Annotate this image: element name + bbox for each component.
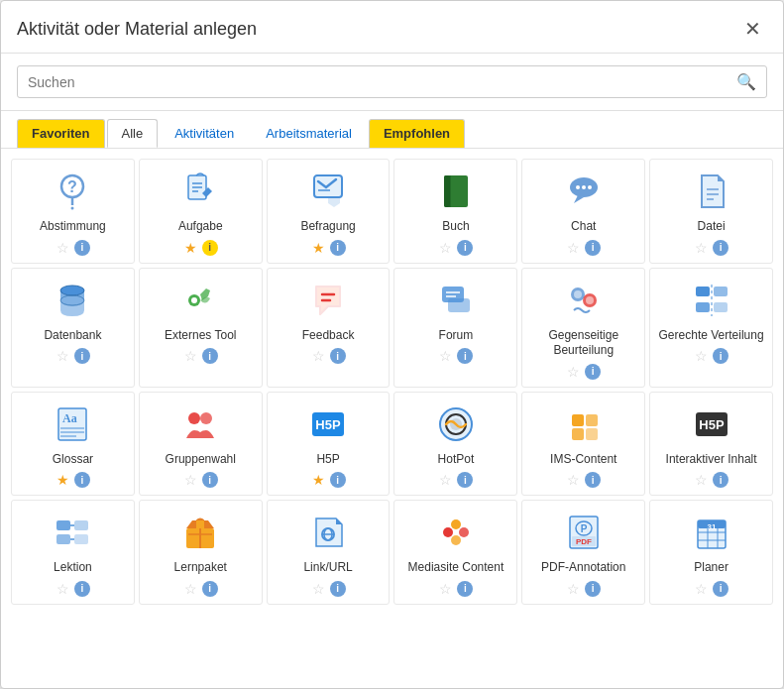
svg-rect-11 [444,175,450,207]
planer-star[interactable]: ☆ [694,580,709,598]
abstimmung-info[interactable]: i [74,240,90,256]
item-feedback[interactable]: Feedback ☆ i [267,268,391,388]
item-datei[interactable]: Datei ☆ i [649,159,773,264]
h5p-label: H5P [316,452,339,468]
tab-alle[interactable]: Alle [107,119,159,148]
forum-star[interactable]: ☆ [438,347,453,365]
item-link[interactable]: Link/URL ☆ i [267,500,391,605]
search-input[interactable] [28,74,736,90]
datenbank-star[interactable]: ☆ [56,347,70,365]
tab-empfohlen[interactable]: Empfohlen [369,119,465,148]
externes-tool-info[interactable]: i [202,348,218,364]
lernpaket-info[interactable]: i [202,581,218,597]
ims-star[interactable]: ☆ [566,471,581,489]
item-chat[interactable]: Chat ☆ i [521,159,645,264]
svg-text:Aa: Aa [62,411,77,425]
ims-actions: ☆ i [566,471,601,489]
gruppenwahl-icon [178,402,222,446]
datei-info[interactable]: i [713,240,728,256]
svg-text:?: ? [68,178,78,195]
datenbank-info[interactable]: i [74,348,90,364]
abstimmung-icon: ? [51,170,94,213]
buch-star[interactable]: ☆ [438,239,453,257]
mediasite-info[interactable]: i [457,581,473,597]
tab-arbeitsmaterial[interactable]: Arbeitsmaterial [251,119,367,148]
gerecht-info[interactable]: i [713,348,728,364]
lektion-info[interactable]: i [74,581,90,597]
aufgabe-star[interactable]: ★ [183,239,198,257]
chat-info[interactable]: i [585,240,601,256]
lektion-star[interactable]: ☆ [56,580,70,598]
item-interaktiv[interactable]: H5P Interaktiver Inhalt ☆ i [649,392,773,497]
item-gegenseitig[interactable]: Gegenseitige Beurteilung ☆ i [521,268,645,388]
hotpot-star[interactable]: ☆ [438,471,453,489]
abstimmung-label: Abstimmung [40,219,106,235]
externes-tool-star[interactable]: ☆ [183,347,198,365]
item-gruppenwahl[interactable]: Gruppenwahl ☆ i [139,392,263,497]
lernpaket-star[interactable]: ☆ [183,580,198,598]
planer-info[interactable]: i [713,581,728,597]
link-info[interactable]: i [330,581,346,597]
planer-icon: 31 [690,511,733,554]
interaktiv-actions: ☆ i [694,471,728,489]
item-glossar[interactable]: Aa Glossar ★ i [11,392,135,497]
svg-rect-62 [74,534,88,544]
h5p-info[interactable]: i [330,472,346,488]
hotpot-actions: ☆ i [438,471,473,489]
item-mediasite[interactable]: Mediasite Content ☆ i [393,500,517,605]
hotpot-info[interactable]: i [457,472,473,488]
item-forum[interactable]: Forum ☆ i [393,268,517,388]
befragung-star[interactable]: ★ [311,239,326,257]
glossar-star[interactable]: ★ [56,471,70,489]
gruppenwahl-star[interactable]: ☆ [183,471,198,489]
gerecht-star[interactable]: ☆ [694,347,709,365]
item-abstimmung[interactable]: ? Abstimmung ☆ i [11,159,135,264]
interaktiv-star[interactable]: ☆ [694,471,709,489]
lektion-icon [51,511,94,554]
item-lernpaket[interactable]: Lernpaket ☆ i [139,500,263,605]
svg-rect-54 [586,414,598,426]
item-aufgabe[interactable]: Aufgabe ★ i [139,159,263,264]
ims-info[interactable]: i [585,472,601,488]
search-wrap: 🔍 [17,65,767,98]
gruppenwahl-actions: ☆ i [183,471,218,489]
item-externes-tool[interactable]: Externes Tool ☆ i [139,268,263,388]
aufgabe-actions: ★ i [183,239,218,257]
datenbank-actions: ☆ i [56,347,90,365]
item-befragung[interactable]: Befragung ★ i [267,159,391,264]
svg-rect-59 [56,520,70,530]
aufgabe-info[interactable]: i [202,240,218,256]
gegenseitig-star[interactable]: ☆ [566,363,581,381]
feedback-star[interactable]: ☆ [311,347,326,365]
item-planer[interactable]: 31 Planer ☆ i [649,500,773,605]
h5p-actions: ★ i [311,471,346,489]
item-hotpot[interactable]: HotPot ☆ i [393,392,517,497]
pdf-info[interactable]: i [585,581,601,597]
tab-favoriten[interactable]: Favoriten [17,119,105,148]
buch-info[interactable]: i [457,240,473,256]
datei-star[interactable]: ☆ [694,239,709,257]
item-buch[interactable]: Buch ☆ i [393,159,517,264]
interaktiv-info[interactable]: i [713,472,728,488]
forum-info[interactable]: i [457,348,473,364]
link-star[interactable]: ☆ [311,580,326,598]
gegenseitig-actions: ☆ i [566,363,601,381]
item-lektion[interactable]: Lektion ☆ i [11,500,135,605]
item-ims[interactable]: IMS-Content ☆ i [521,392,645,497]
glossar-info[interactable]: i [74,472,90,488]
pdf-star[interactable]: ☆ [566,580,581,598]
abstimmung-star[interactable]: ☆ [56,239,70,257]
gruppenwahl-info[interactable]: i [202,472,218,488]
h5p-star[interactable]: ★ [311,471,326,489]
befragung-info[interactable]: i [330,240,346,256]
item-pdf[interactable]: PDF P PDF-Annotation ☆ i [521,500,645,605]
mediasite-star[interactable]: ☆ [438,580,453,598]
close-button[interactable]: ✕ [738,15,767,43]
tab-aktivitaeten[interactable]: Aktivitäten [160,119,249,148]
item-datenbank[interactable]: Datenbank ☆ i [11,268,135,388]
item-h5p[interactable]: H5P H5P ★ i [267,392,391,497]
item-gerecht[interactable]: Gerechte Verteilung ☆ i [649,268,773,388]
chat-star[interactable]: ☆ [566,239,581,257]
gegenseitig-info[interactable]: i [585,364,601,380]
feedback-info[interactable]: i [330,348,346,364]
